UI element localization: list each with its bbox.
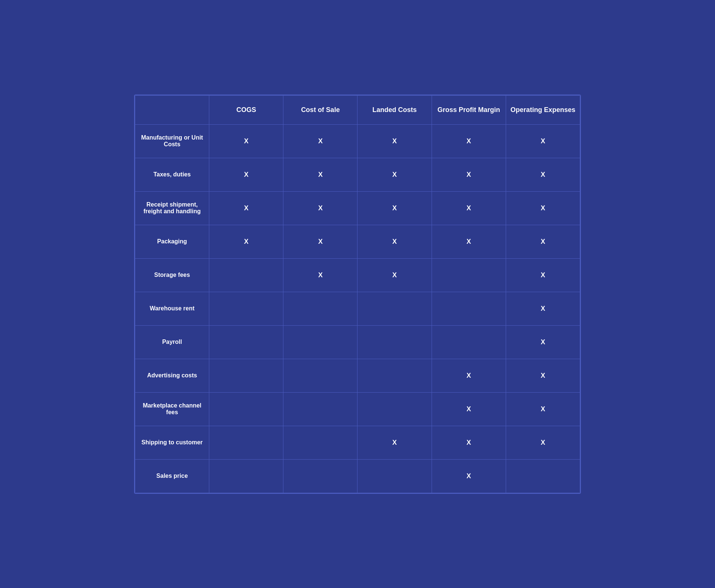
- cell-cogs-6: [209, 325, 283, 359]
- table-row: Manufacturing or Unit CostsXXXXX: [135, 124, 580, 158]
- cell-operatingExpenses-10: [506, 459, 580, 493]
- table-row: PayrollX: [135, 325, 580, 359]
- table-row: Sales priceX: [135, 459, 580, 493]
- cell-operatingExpenses-9: X: [506, 426, 580, 459]
- cell-grossProfitMargin-2: X: [432, 191, 506, 225]
- cell-operatingExpenses-6: X: [506, 325, 580, 359]
- cell-costOfSale-10: [283, 459, 358, 493]
- cell-operatingExpenses-5: X: [506, 292, 580, 325]
- cell-costOfSale-2: X: [283, 191, 358, 225]
- cell-costOfSale-7: [283, 359, 358, 392]
- cell-grossProfitMargin-0: X: [432, 124, 506, 158]
- header-operating-expenses: Operating Expenses: [506, 95, 580, 124]
- table-row: Marketplace channel feesXX: [135, 392, 580, 426]
- cell-grossProfitMargin-7: X: [432, 359, 506, 392]
- cell-landedCosts-7: [358, 359, 432, 392]
- cell-costOfSale-5: [283, 292, 358, 325]
- cell-landedCosts-1: X: [358, 158, 432, 191]
- cell-landedCosts-3: X: [358, 225, 432, 258]
- row-label-2: Receipt shipment, freight and handling: [135, 191, 209, 225]
- cell-costOfSale-3: X: [283, 225, 358, 258]
- cell-costOfSale-1: X: [283, 158, 358, 191]
- table-row: Shipping to customerXXX: [135, 426, 580, 459]
- header-cost-of-sale: Cost of Sale: [283, 95, 358, 124]
- cell-operatingExpenses-8: X: [506, 392, 580, 426]
- row-label-4: Storage fees: [135, 258, 209, 292]
- cell-landedCosts-2: X: [358, 191, 432, 225]
- table-row: Advertising costsXX: [135, 359, 580, 392]
- cell-grossProfitMargin-3: X: [432, 225, 506, 258]
- cell-cogs-10: [209, 459, 283, 493]
- table-row: PackagingXXXXX: [135, 225, 580, 258]
- cell-landedCosts-4: X: [358, 258, 432, 292]
- table-row: Receipt shipment, freight and handlingXX…: [135, 191, 580, 225]
- cell-landedCosts-0: X: [358, 124, 432, 158]
- row-label-5: Warehouse rent: [135, 292, 209, 325]
- cell-costOfSale-8: [283, 392, 358, 426]
- cell-cogs-0: X: [209, 124, 283, 158]
- cell-cogs-2: X: [209, 191, 283, 225]
- cell-grossProfitMargin-10: X: [432, 459, 506, 493]
- main-table-container: COGS Cost of Sale Landed Costs Gross Pro…: [134, 95, 581, 494]
- cell-operatingExpenses-1: X: [506, 158, 580, 191]
- row-label-9: Shipping to customer: [135, 426, 209, 459]
- cell-landedCosts-10: [358, 459, 432, 493]
- row-label-0: Manufacturing or Unit Costs: [135, 124, 209, 158]
- table-row: Taxes, dutiesXXXXX: [135, 158, 580, 191]
- row-label-6: Payroll: [135, 325, 209, 359]
- cell-cogs-9: [209, 426, 283, 459]
- cell-grossProfitMargin-1: X: [432, 158, 506, 191]
- cell-operatingExpenses-0: X: [506, 124, 580, 158]
- cell-operatingExpenses-7: X: [506, 359, 580, 392]
- cell-cogs-8: [209, 392, 283, 426]
- cell-costOfSale-6: [283, 325, 358, 359]
- header-landed-costs: Landed Costs: [358, 95, 432, 124]
- cell-grossProfitMargin-8: X: [432, 392, 506, 426]
- cost-comparison-table: COGS Cost of Sale Landed Costs Gross Pro…: [135, 95, 580, 493]
- cell-cogs-4: [209, 258, 283, 292]
- header-gross-profit-margin: Gross Profit Margin: [432, 95, 506, 124]
- cell-operatingExpenses-4: X: [506, 258, 580, 292]
- cell-grossProfitMargin-4: [432, 258, 506, 292]
- cell-operatingExpenses-3: X: [506, 225, 580, 258]
- row-label-3: Packaging: [135, 225, 209, 258]
- header-cogs: COGS: [209, 95, 283, 124]
- cell-cogs-7: [209, 359, 283, 392]
- row-label-8: Marketplace channel fees: [135, 392, 209, 426]
- cell-grossProfitMargin-6: [432, 325, 506, 359]
- header-row: COGS Cost of Sale Landed Costs Gross Pro…: [135, 95, 580, 124]
- table-row: Warehouse rentX: [135, 292, 580, 325]
- table-row: Storage feesXXX: [135, 258, 580, 292]
- cell-grossProfitMargin-5: [432, 292, 506, 325]
- cell-grossProfitMargin-9: X: [432, 426, 506, 459]
- cell-cogs-3: X: [209, 225, 283, 258]
- row-label-10: Sales price: [135, 459, 209, 493]
- cell-cogs-1: X: [209, 158, 283, 191]
- cell-landedCosts-5: [358, 292, 432, 325]
- cell-cogs-5: [209, 292, 283, 325]
- cell-costOfSale-0: X: [283, 124, 358, 158]
- cell-costOfSale-4: X: [283, 258, 358, 292]
- cell-landedCosts-9: X: [358, 426, 432, 459]
- row-label-7: Advertising costs: [135, 359, 209, 392]
- cell-operatingExpenses-2: X: [506, 191, 580, 225]
- row-label-1: Taxes, duties: [135, 158, 209, 191]
- cell-landedCosts-6: [358, 325, 432, 359]
- cell-costOfSale-9: [283, 426, 358, 459]
- cell-landedCosts-8: [358, 392, 432, 426]
- header-empty: [135, 95, 209, 124]
